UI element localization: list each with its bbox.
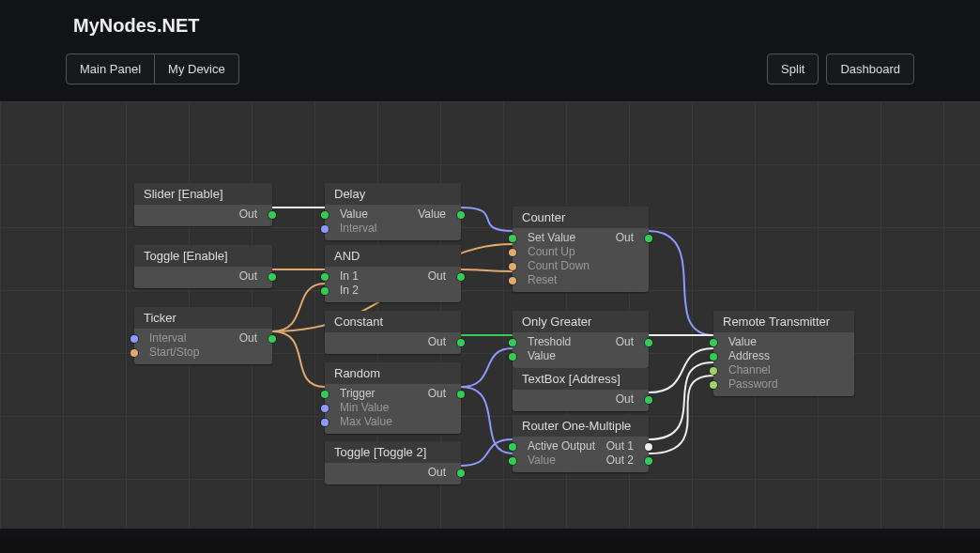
port-out[interactable]	[457, 339, 465, 346]
port-label-setvalue: Set Value	[518, 231, 575, 245]
port-trigger[interactable]	[321, 391, 329, 398]
my-device-button[interactable]: My Device	[155, 54, 239, 84]
port-value-out[interactable]	[457, 211, 465, 219]
split-button[interactable]: Split	[767, 54, 819, 84]
port-treshold[interactable]	[509, 339, 516, 346]
port-label-out: Out	[239, 269, 267, 284]
port-value[interactable]	[509, 353, 516, 361]
port-out[interactable]	[268, 273, 276, 281]
port-interval[interactable]	[321, 225, 329, 233]
node-random[interactable]: Random Trigger Out Min Value Max Value	[325, 362, 461, 434]
port-value-in[interactable]	[321, 211, 329, 219]
port-label-out: Out	[239, 207, 267, 222]
port-in1[interactable]	[321, 273, 329, 281]
node-ticker[interactable]: Ticker Interval Out Start/Stop	[134, 307, 272, 364]
port-label-in2: In 2	[330, 284, 359, 298]
port-reset[interactable]	[509, 277, 516, 284]
port-in2[interactable]	[321, 287, 329, 295]
port-label-out1: Out 1	[606, 439, 643, 453]
port-label-min: Min Value	[330, 401, 389, 415]
port-out[interactable]	[268, 335, 276, 343]
node-title: Only Greater	[513, 311, 649, 332]
node-constant[interactable]: Constant Out	[325, 311, 461, 354]
right-button-group: Split Dashboard	[767, 54, 914, 84]
main-panel-button[interactable]: Main Panel	[66, 54, 155, 84]
port-label-startstop: Start/Stop	[140, 346, 199, 360]
node-title: TextBox [Address]	[513, 368, 649, 390]
node-title: Constant	[325, 311, 461, 332]
port-label-out: Out	[428, 387, 455, 401]
node-title: Toggle [Toggle 2]	[325, 441, 461, 463]
node-title: Slider [Enable]	[134, 183, 272, 205]
node-remote-transmitter[interactable]: Remote Transmitter Value Address Channel…	[713, 311, 854, 396]
port-min[interactable]	[321, 405, 329, 412]
port-max[interactable]	[321, 419, 329, 426]
port-setvalue[interactable]	[509, 235, 516, 242]
port-label-value: Value	[719, 335, 757, 349]
port-out[interactable]	[268, 211, 276, 219]
node-router[interactable]: Router One-Multiple Active Output Out 1 …	[513, 415, 649, 472]
port-label-out: Out	[616, 335, 643, 349]
port-label-interval: Interval	[330, 222, 376, 236]
port-out[interactable]	[645, 339, 652, 346]
node-title: Remote Transmitter	[713, 311, 854, 332]
node-title: Delay	[325, 183, 461, 205]
node-only-greater[interactable]: Only Greater Treshold Out Value	[513, 311, 649, 368]
toolbar: Main Panel My Device Split Dashboard	[0, 54, 980, 88]
port-label-max: Max Value	[330, 415, 392, 429]
left-button-group: Main Panel My Device	[66, 54, 239, 84]
port-out[interactable]	[457, 391, 465, 398]
port-countup[interactable]	[509, 249, 516, 256]
port-label-active: Active Output	[518, 439, 595, 453]
node-textbox-address[interactable]: TextBox [Address] Out	[513, 368, 649, 411]
node-slider-enable[interactable]: Slider [Enable] Out	[134, 183, 272, 226]
node-canvas[interactable]: Slider [Enable] Out Toggle [Enable] Out …	[0, 101, 980, 536]
port-label-countdown: Count Down	[518, 259, 590, 273]
port-label-value: Value	[518, 349, 556, 363]
footer-bar	[0, 529, 980, 536]
port-out1[interactable]	[645, 443, 652, 451]
port-out2[interactable]	[645, 457, 652, 465]
port-label-out: Out	[428, 335, 455, 349]
port-countdown[interactable]	[509, 263, 516, 270]
port-address[interactable]	[710, 353, 717, 361]
port-active[interactable]	[509, 443, 516, 451]
port-label-out: Out	[616, 231, 643, 245]
port-label-trigger: Trigger	[330, 387, 375, 401]
port-value[interactable]	[509, 457, 516, 465]
node-delay[interactable]: Delay Value Value Interval	[325, 183, 461, 240]
port-interval[interactable]	[130, 335, 138, 343]
node-title: Counter	[513, 207, 649, 228]
port-startstop[interactable]	[130, 349, 138, 357]
node-title: AND	[325, 245, 461, 267]
node-title: Random	[325, 362, 461, 384]
port-label-out: Out	[616, 392, 643, 407]
port-label-channel: Channel	[719, 363, 771, 377]
port-label-in1: In 1	[330, 269, 359, 284]
port-label-countup: Count Up	[518, 245, 575, 259]
port-label-out: Out	[428, 269, 455, 284]
port-label-password: Password	[719, 377, 778, 392]
port-out[interactable]	[457, 273, 465, 281]
node-counter[interactable]: Counter Set Value Out Count Up Count Dow…	[513, 207, 649, 292]
port-channel[interactable]	[710, 367, 717, 375]
brand-title: MyNodes.NET	[73, 15, 980, 37]
node-toggle2[interactable]: Toggle [Toggle 2] Out	[325, 441, 461, 484]
node-toggle-enable[interactable]: Toggle [Enable] Out	[134, 245, 272, 288]
port-value[interactable]	[710, 339, 717, 346]
dashboard-button[interactable]: Dashboard	[826, 54, 914, 84]
port-label-value: Value	[518, 453, 556, 468]
port-label-interval: Interval	[140, 331, 186, 346]
port-label-treshold: Treshold	[518, 335, 571, 349]
port-out[interactable]	[457, 469, 465, 477]
node-title: Router One-Multiple	[513, 415, 649, 437]
port-password[interactable]	[710, 381, 717, 389]
port-label-out2: Out 2	[606, 453, 643, 468]
node-title: Toggle [Enable]	[134, 245, 272, 267]
port-out[interactable]	[645, 235, 652, 242]
app-header: MyNodes.NET Main Panel My Device Split D…	[0, 0, 980, 101]
port-label-address: Address	[719, 349, 770, 363]
port-label-value-out: Value	[418, 207, 455, 222]
node-and[interactable]: AND In 1 Out In 2	[325, 245, 461, 302]
port-out[interactable]	[645, 396, 652, 404]
